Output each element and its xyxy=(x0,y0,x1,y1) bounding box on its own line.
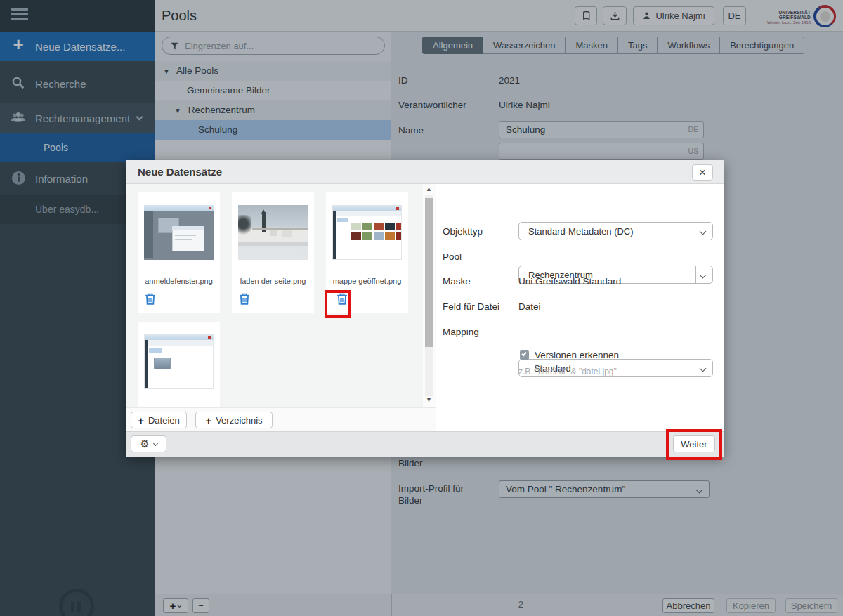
trash-icon xyxy=(238,292,251,306)
maske-label: Maske xyxy=(443,276,471,287)
import-settings-form: Objekttyp Standard-Metadaten (DC) Pool R… xyxy=(436,184,724,431)
gear-icon: ⚙ xyxy=(140,438,149,450)
easydb-app: Pools Ulrike Najmi DE UNIVERSITÄT GREIFS… xyxy=(0,0,843,616)
file-thumbnail xyxy=(238,205,308,260)
file-thumbnail xyxy=(144,205,214,260)
close-icon: × xyxy=(699,166,706,179)
annotation-box-weiter xyxy=(666,429,722,460)
file-card-partial[interactable] xyxy=(138,322,220,407)
versionen-checkbox[interactable] xyxy=(520,350,529,360)
objekttyp-label: Objekttyp xyxy=(443,226,483,237)
file-thumbnail xyxy=(332,205,402,260)
button-label: Verzeichnis xyxy=(216,415,262,426)
mapping-label: Mapping xyxy=(443,327,479,337)
button-label: Dateien xyxy=(148,415,180,426)
neue-datensaetze-modal: Neue Datensätze × anmeldefenster.png xyxy=(126,160,724,457)
scrollbar-thumb[interactable] xyxy=(425,198,433,347)
versionen-label: Versionen erkennen xyxy=(535,350,619,360)
file-name: laden der seite.png xyxy=(232,277,314,285)
file-name: anmeldefenster.png xyxy=(138,277,220,285)
scroll-down-icon[interactable]: ▼ xyxy=(426,396,432,403)
settings-dropdown-button[interactable]: ⚙ xyxy=(131,435,166,452)
check-icon xyxy=(521,351,527,357)
chevron-down-icon xyxy=(153,440,158,445)
delete-file-button[interactable] xyxy=(144,292,159,308)
add-directory-button[interactable]: + Verzeichnis xyxy=(195,412,273,428)
modal-title: Neue Datensätze xyxy=(138,160,222,184)
file-name: mappe geöffnet.png xyxy=(326,277,408,285)
add-files-button[interactable]: + Dateien xyxy=(131,412,187,428)
file-card-anmeldefenster[interactable]: anmeldefenster.png xyxy=(138,192,220,313)
chevron-down-icon xyxy=(700,228,707,235)
delete-file-button[interactable] xyxy=(238,292,254,308)
file-actions-row: + Dateien + Verzeichnis xyxy=(126,407,436,431)
feld-fuer-datei-label: Feld für Datei xyxy=(443,301,499,312)
file-list-scrollbar[interactable]: ▲ ▼ xyxy=(423,184,436,407)
close-button[interactable]: × xyxy=(692,164,713,181)
pool-label: Pool xyxy=(443,251,462,262)
versionen-hint: z.B. "datei.tif" & "datei.jpg" xyxy=(518,367,617,376)
objekttyp-value: Standard-Metadaten (DC) xyxy=(528,226,634,237)
maske-value: Uni Greifswald Standard xyxy=(518,276,621,287)
scroll-up-icon[interactable]: ▲ xyxy=(426,185,432,192)
modal-footer: ⚙ Weiter xyxy=(126,431,724,457)
trash-icon xyxy=(144,292,157,306)
annotation-box-trash xyxy=(325,290,351,318)
feld-fuer-datei-value: Datei xyxy=(518,301,541,312)
plus-icon: + xyxy=(205,414,211,426)
objekttyp-select[interactable]: Standard-Metadaten (DC) xyxy=(518,222,713,240)
modal-header: Neue Datensätze × xyxy=(126,160,724,184)
file-card-laden-der-seite[interactable]: laden der seite.png xyxy=(232,192,314,313)
plus-icon: + xyxy=(138,414,144,426)
file-thumbnail xyxy=(144,334,214,389)
chevron-down-icon xyxy=(700,365,707,372)
file-list: anmeldefenster.png laden der seite.png xyxy=(126,184,423,407)
